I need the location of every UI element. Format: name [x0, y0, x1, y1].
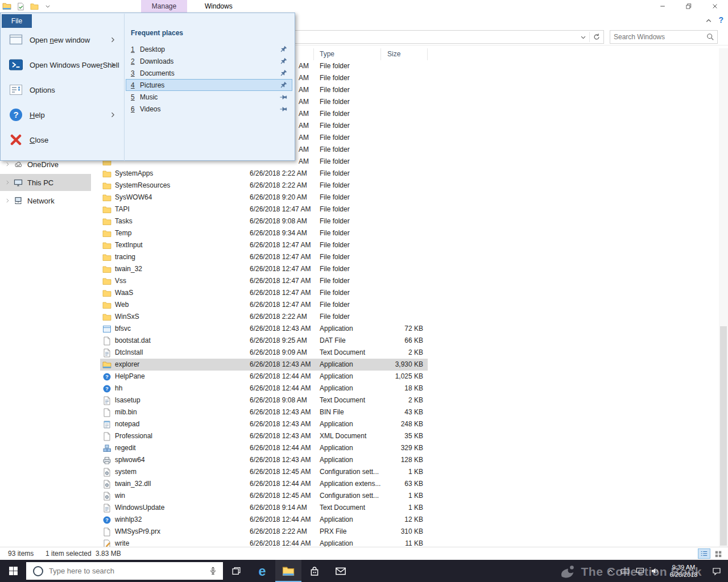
file-row-win[interactable]: win6/26/2018 12:45 AMConfiguration sett.… [100, 490, 428, 502]
frequent-place-videos[interactable]: 6Videos [126, 103, 292, 115]
volume-icon[interactable] [647, 560, 662, 582]
store-button[interactable] [301, 560, 328, 582]
file-row-dtcinstall[interactable]: DtcInstall6/26/2018 9:09 AMText Document… [100, 347, 428, 359]
qat-customize-icon[interactable] [43, 2, 52, 11]
file-name-cell: splwow64 [100, 454, 249, 466]
selection-size: 3.83 MB [96, 547, 121, 560]
file-row-winhlp32[interactable]: winhlp326/26/2018 12:44 AMApplication12 … [100, 514, 428, 526]
clock[interactable]: 9:39 AM 6/26/2018 [662, 564, 705, 579]
frequent-place-desktop[interactable]: 1Desktop [126, 43, 292, 55]
file-name: bfsvc [115, 323, 131, 335]
chevron-right-icon[interactable] [5, 180, 11, 185]
file-row-winsxs[interactable]: WinSxS6/26/2018 2:22 AMFile folder [100, 311, 428, 323]
properties-icon[interactable] [16, 2, 25, 11]
network-icon[interactable] [632, 560, 647, 582]
file-row-helppane[interactable]: HelpPane6/26/2018 12:44 AMApplication1,0… [100, 371, 428, 383]
file-size [381, 251, 428, 263]
minimize-ribbon-icon[interactable] [705, 17, 712, 24]
details-view-button[interactable] [698, 548, 710, 559]
taskbar-search-input[interactable] [43, 567, 209, 575]
help-item[interactable]: Help [2, 103, 122, 127]
file-row-syswow64[interactable]: SysWOW646/26/2018 9:20 AMFile folder [100, 192, 428, 203]
chevron-right-icon[interactable] [5, 198, 11, 203]
pin-icon[interactable] [279, 105, 287, 113]
minimize-button[interactable] [650, 0, 676, 13]
folder-icon [102, 313, 111, 322]
file-name-cell: Temp [100, 227, 249, 239]
file-row-mib-bin[interactable]: mib.bin6/26/2018 12:43 AMBIN File43 KB [100, 406, 428, 418]
file-row-bootstat-dat[interactable]: bootstat.dat6/26/2018 9:25 AMDAT File66 … [100, 335, 428, 347]
refresh-icon[interactable] [593, 33, 601, 41]
pin-icon[interactable] [278, 44, 289, 55]
menu-item-label: Help [30, 111, 45, 119]
action-center-button[interactable] [705, 560, 728, 582]
microphone-icon[interactable] [209, 567, 217, 575]
mail-button[interactable] [328, 560, 354, 582]
new-folder-icon[interactable] [30, 2, 39, 11]
file-date: 6/26/2018 12:47 AM [249, 287, 314, 299]
address-dropdown-icon[interactable] [580, 34, 586, 40]
manage-contextual-tab[interactable]: Manage [141, 0, 187, 13]
pin-icon[interactable] [279, 93, 287, 101]
start-button[interactable] [0, 560, 26, 582]
file-row-regedit[interactable]: regedit6/26/2018 12:44 AMApplication329 … [100, 442, 428, 454]
file-row-twain-32[interactable]: twain_326/26/2018 12:47 AMFile folder [100, 263, 428, 275]
file-name-cell: DtcInstall [100, 347, 249, 359]
file-row-tapi[interactable]: TAPI6/26/2018 12:47 AMFile folder [100, 203, 428, 215]
scrollbar-thumb[interactable] [720, 326, 727, 546]
search-icon[interactable] [706, 33, 714, 41]
column-header-type[interactable]: Type [314, 48, 381, 60]
helpmenu-icon [8, 107, 24, 123]
file-explorer-button[interactable] [275, 560, 301, 582]
place-label: Downloads [140, 57, 279, 65]
options-item[interactable]: Options [2, 78, 122, 102]
file-date: 6/26/2018 2:22 AM [249, 180, 314, 192]
file-row-explorer[interactable]: explorer6/26/2018 12:43 AMApplication3,9… [100, 359, 428, 371]
close-button[interactable] [702, 0, 728, 13]
hidden-icons-chevron[interactable] [603, 560, 618, 582]
file-row-hh[interactable]: hh6/26/2018 12:44 AMApplication18 KB [100, 383, 428, 394]
edge-button[interactable] [249, 560, 275, 582]
file-row-textinput[interactable]: TextInput6/26/2018 12:47 AMFile folder [100, 239, 428, 251]
sidebar-item-this-pc[interactable]: This PC [0, 174, 91, 191]
open-powershell-item[interactable]: Open Windows PowerShell [2, 53, 122, 77]
vertical-scrollbar[interactable] [719, 48, 728, 547]
file-row-systemresources[interactable]: SystemResources6/26/2018 2:22 AMFile fol… [100, 180, 428, 192]
file-row-systemapps[interactable]: SystemApps6/26/2018 2:22 AMFile folder [100, 168, 428, 180]
file-row-bfsvc[interactable]: bfsvc6/26/2018 12:43 AMApplication72 KB [100, 323, 428, 335]
task-view-button[interactable] [223, 560, 249, 582]
file-row-tasks[interactable]: Tasks6/26/2018 9:08 AMFile folder [100, 215, 428, 227]
frequent-place-documents[interactable]: 3Documents [126, 67, 292, 79]
file-row-twain-32-dll[interactable]: twain_32.dll6/26/2018 12:44 AMApplicatio… [100, 478, 428, 490]
file-row-vss[interactable]: Vss6/26/2018 12:47 AMFile folder [100, 275, 428, 287]
frequent-place-music[interactable]: 5Music [126, 91, 292, 103]
help-icon[interactable]: ? [718, 15, 723, 24]
file-menu-tab[interactable]: File [2, 14, 32, 28]
file-row-windowsupdate[interactable]: WindowsUpdate6/26/2018 9:14 AMText Docum… [100, 502, 428, 514]
file-row-notepad[interactable]: notepad6/26/2018 12:43 AMApplication248 … [100, 418, 428, 430]
open-new-window-item[interactable]: Open new window [2, 28, 122, 52]
column-header-size[interactable]: Size [381, 48, 428, 60]
file-row-web[interactable]: Web6/26/2018 12:47 AMFile folder [100, 299, 428, 311]
large-icons-view-button[interactable] [712, 548, 725, 559]
close-item[interactable]: Close [2, 128, 122, 152]
cortana-icon[interactable] [33, 566, 43, 576]
file-row-temp[interactable]: Temp6/26/2018 9:34 AMFile folder [100, 227, 428, 239]
file-row-tracing[interactable]: tracing6/26/2018 12:47 AMFile folder [100, 251, 428, 263]
file-row-splwow64[interactable]: splwow646/26/2018 12:43 AMApplication128… [100, 454, 428, 466]
frequent-place-downloads[interactable]: 2Downloads [126, 55, 292, 67]
pin-icon[interactable] [278, 80, 289, 91]
pin-icon[interactable] [278, 56, 289, 67]
file-row-wmsyspr9-prx[interactable]: WMSysPr9.prx6/26/2018 2:22 AMPRX File310… [100, 526, 428, 538]
file-row-lsasetup[interactable]: lsasetup6/26/2018 9:08 AMText Document2 … [100, 394, 428, 406]
pin-icon[interactable] [278, 68, 289, 79]
file-row-system[interactable]: system6/26/2018 12:45 AMConfiguration se… [100, 466, 428, 478]
restore-button[interactable] [676, 0, 702, 13]
file-row-waas[interactable]: WaaS6/26/2018 12:47 AMFile folder [100, 287, 428, 299]
touch-keyboard-icon[interactable] [618, 560, 632, 582]
sidebar-item-network[interactable]: Network [0, 192, 91, 209]
search-input[interactable] [610, 33, 706, 41]
frequent-place-pictures[interactable]: 4Pictures [126, 79, 292, 91]
file-row-professional[interactable]: Professional6/26/2018 12:43 AMXML Docume… [100, 430, 428, 442]
chevron-right-icon[interactable] [5, 161, 11, 167]
